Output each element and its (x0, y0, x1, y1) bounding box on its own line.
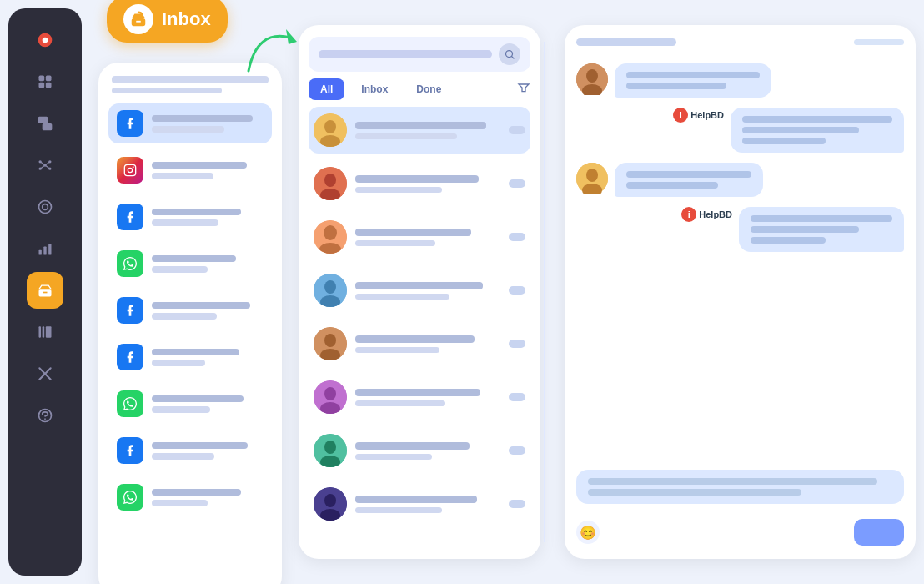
sidebar-icon-help[interactable] (27, 397, 63, 434)
platform-icon-whatsapp-3 (117, 250, 143, 277)
conv-lines-5 (355, 389, 500, 406)
sidebar-icon-notification[interactable] (27, 22, 63, 58)
inbox-channel-item-7[interactable] (108, 430, 272, 471)
filter-tab-all[interactable]: All (309, 78, 344, 100)
bubble-line-1-1 (742, 127, 859, 133)
chat-bubble-2 (615, 163, 763, 197)
sidebar-icon-messages[interactable] (27, 105, 63, 142)
sidebar-icon-support[interactable] (27, 189, 63, 225)
sidebar-icon-analytics[interactable] (27, 230, 63, 267)
helpbd-label-3: HelpBD (699, 209, 732, 219)
sidebar-icon-connections[interactable] (27, 147, 63, 184)
sidebar (8, 8, 82, 576)
svg-line-15 (40, 165, 45, 169)
svg-rect-25 (43, 326, 45, 337)
send-button[interactable] (854, 519, 904, 546)
inbox-channel-item-6[interactable] (108, 384, 272, 424)
platform-icon-facebook-4 (117, 297, 143, 324)
search-icon[interactable] (499, 43, 520, 65)
conv-item-0[interactable] (309, 107, 530, 154)
inbox-item-lines-2 (152, 209, 264, 226)
conv-item-5[interactable] (309, 374, 530, 420)
conv-item-2[interactable] (309, 214, 530, 260)
platform-icon-facebook-5 (117, 344, 143, 370)
sidebar-icon-library[interactable] (27, 314, 63, 350)
conv-item-4[interactable] (309, 320, 530, 367)
svg-point-65 (586, 69, 598, 83)
conv-lines-7 (355, 496, 500, 513)
bubble-line-0-0 (626, 72, 760, 78)
svg-point-62 (324, 494, 336, 507)
conv-lines-6 (355, 442, 500, 460)
inbox-item-lines-4 (152, 302, 264, 320)
svg-point-35 (128, 168, 132, 172)
bubble-line-1-2 (742, 138, 826, 144)
inbox-channel-item-5[interactable] (108, 337, 272, 377)
filter-tab-inbox[interactable]: Inbox (349, 78, 399, 100)
helpbd-badge-1: i HelpBD (673, 108, 724, 123)
inbox-item-lines-8 (152, 489, 264, 506)
svg-point-18 (43, 204, 48, 210)
svg-rect-24 (39, 326, 42, 337)
header-line-2 (112, 88, 222, 93)
svg-rect-19 (39, 250, 42, 255)
svg-rect-3 (46, 76, 52, 82)
helpbd-i-icon-3: i (681, 207, 696, 222)
inbox-channel-item-3[interactable] (108, 244, 272, 284)
conv-badge-4 (509, 340, 525, 348)
filter-tab-done[interactable]: Done (404, 78, 453, 100)
svg-rect-6 (38, 117, 48, 123)
conv-avatar-2 (314, 220, 347, 254)
conv-badge-2 (509, 233, 525, 241)
conv-item-3[interactable] (309, 267, 530, 314)
svg-line-14 (45, 162, 50, 165)
svg-point-44 (324, 174, 336, 187)
svg-point-53 (324, 334, 336, 347)
conv-avatar-5 (314, 380, 347, 414)
search-input-placeholder (319, 50, 492, 58)
svg-marker-39 (519, 84, 529, 92)
chat-bubble-0 (615, 63, 771, 98)
inbox-channel-item-0[interactable] (108, 103, 272, 143)
inbox-channel-item-1[interactable] (108, 150, 272, 190)
inbox-panel-wrapper: Inbox (82, 38, 282, 584)
svg-point-47 (324, 225, 337, 240)
arrow-indicator (240, 21, 307, 88)
helpbd-i-icon: i (673, 108, 688, 123)
search-bar[interactable] (309, 37, 530, 72)
inbox-title: Inbox (162, 8, 211, 30)
inbox-channel-item-8[interactable] (108, 477, 272, 517)
conv-lines-3 (355, 282, 500, 300)
platform-icon-facebook-2 (117, 204, 143, 230)
chat-bubble-3 (739, 207, 904, 252)
inbox-channel-item-2[interactable] (108, 197, 272, 237)
sidebar-icon-inbox[interactable] (27, 272, 63, 309)
conv-item-6[interactable] (309, 427, 530, 474)
svg-rect-5 (46, 83, 52, 88)
conv-avatar-7 (314, 487, 347, 521)
inbox-item-lines-3 (152, 255, 264, 273)
inbox-item-lines-7 (152, 442, 264, 460)
emoji-button[interactable]: 😊 (576, 521, 600, 544)
svg-marker-33 (286, 29, 297, 44)
conv-lines-2 (355, 229, 500, 246)
svg-point-50 (324, 280, 336, 294)
conv-item-1[interactable] (309, 160, 530, 207)
sidebar-icon-dashboard[interactable] (27, 63, 63, 100)
conv-avatar-1 (314, 167, 347, 200)
inbox-channel-item-4[interactable] (108, 290, 272, 330)
chat-bubble-1 (731, 108, 904, 153)
chat-message-2 (576, 163, 904, 197)
platform-icon-whatsapp-8 (117, 484, 143, 511)
inbox-item-lines-6 (152, 395, 264, 413)
chat-header-line-2 (854, 39, 904, 45)
conv-item-7[interactable] (309, 481, 530, 527)
chat-header-line-1 (576, 38, 676, 46)
conv-badge-6 (509, 446, 525, 455)
conversations-panel: All Inbox Done (299, 25, 540, 559)
svg-point-36 (133, 166, 134, 168)
sidebar-icon-tools[interactable] (27, 355, 63, 392)
filter-icon[interactable] (517, 81, 530, 98)
helpbd-label: HelpBD (690, 110, 724, 120)
svg-point-56 (324, 387, 336, 400)
